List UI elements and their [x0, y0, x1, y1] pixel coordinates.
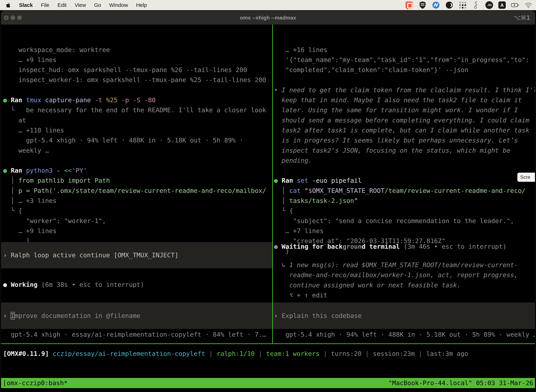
menu-item-go[interactable]: Go — [94, 2, 101, 8]
terminal-line — [3, 155, 272, 165]
zoom-button[interactable] — [17, 15, 22, 20]
menu-item-view[interactable]: View — [75, 2, 86, 8]
tmux-pane-left: workspace_mode: worktree … +9 lines insp… — [1, 25, 272, 343]
tmux-pane-right: … +16 lines '{"team_name":"my-team","tas… — [273, 25, 535, 343]
terminal-line: pending. — [274, 155, 535, 165]
terminal-line: task2 after task1 is complete, but can I… — [274, 125, 535, 135]
terminal-line: is in progress? It seems likely but perh… — [274, 135, 535, 145]
terminal-line: ● Waiting for background terminal (3m 46… — [274, 242, 507, 252]
terminal-line: workspace_mode: worktree — [3, 45, 272, 55]
terminal-line: "subject": "send a concise recommendatio… — [274, 216, 535, 226]
chat-app-icon[interactable] — [405, 1, 413, 9]
menu-item-edit[interactable]: Edit — [57, 2, 67, 8]
working-status: ● Working (6m 38s • esc to interrupt) — [3, 280, 144, 289]
menu-item-help[interactable]: Help — [136, 2, 147, 8]
right-pane-statusline: gpt-5.4 xhigh · 94% left · 488K in · 5.1… — [274, 330, 535, 340]
terminal-line: inspect_hud: omx sparkshell --tmux-pane … — [3, 65, 272, 75]
window-title: omx --xhigh --madmax — [240, 15, 296, 21]
terminal-line: "completed","claim_token":"claim-token"}… — [274, 65, 535, 75]
screen: Slack File Edit View Go Window Help — [0, 0, 536, 392]
blue-lightning-icon[interactable] — [432, 1, 440, 9]
terminal-line: continue assigned work or next feasible … — [274, 280, 518, 290]
menu-item-file[interactable]: File — [41, 2, 49, 8]
terminal-line: "worker": "worker-1", — [3, 216, 272, 226]
terminal-line: … +7 lines — [274, 226, 535, 236]
wifi-icon[interactable] — [524, 1, 532, 9]
terminal-line: › Ralph loop active continue [OMX_TMUX_I… — [3, 250, 178, 260]
menu-bar-status-icons: ..61 A — [405, 1, 536, 9]
terminal-line: │ cat "$OMX_TEAM_STATE_ROOT/team/review-… — [274, 186, 535, 196]
terminal-line — [3, 85, 272, 95]
terminal-line: inspect task2's JSON, focusing on the st… — [274, 145, 535, 155]
pane-bottom-border — [1, 343, 535, 344]
terminal-line — [274, 165, 535, 175]
dots-grid-icon[interactable] — [459, 1, 467, 9]
close-button[interactable] — [4, 15, 9, 20]
terminal-line — [274, 75, 535, 85]
right-pane-output: … +16 lines '{"team_name":"my-team","tas… — [273, 45, 535, 256]
terminal-line: └ { — [274, 206, 535, 216]
terminal-line: should send a message before completing … — [274, 115, 535, 125]
terminal-line: [OMX#0.11.9] cczip/essay/ai-reimplementa… — [3, 349, 468, 359]
menu-app-name[interactable]: Slack — [19, 2, 33, 8]
mailbox-message-note: ↳ 1 new msg(s): read $OMX_TEAM_STATE_ROO… — [274, 260, 518, 300]
terminal-line: gpt-5.4 xhigh · 94% left · 488K in · 5.1… — [274, 330, 535, 340]
terminal-line: › Explain this codebase — [274, 311, 362, 321]
a-square-icon[interactable]: A — [498, 1, 506, 9]
terminal-line: │ p = Path('.omx/state/team/review-curre… — [3, 186, 272, 196]
terminal-line: keep that in mind. Maybe I also need the… — [274, 95, 535, 105]
terminal-line: └ { — [3, 206, 272, 216]
hook-icon[interactable] — [472, 1, 480, 9]
terminal-line: gpt-5.4 xhigh · 94% left · 488K in · 5.1… — [3, 135, 272, 145]
badge-61-icon[interactable]: ..61 — [485, 1, 493, 9]
terminal-line: weekly … — [3, 145, 272, 155]
prompt-input-right[interactable]: › Explain this codebase — [273, 303, 535, 329]
tmux-host-clock: "MacBook-Pro-44.local" 05:03 31-Mar-26 — [388, 378, 533, 388]
terminal-line: … +110 lines — [3, 125, 272, 135]
terminal-line: later. Using the same for transition mig… — [274, 105, 535, 115]
menu-bar-left: Slack File Edit View Go Window Help — [0, 2, 147, 8]
window-shortcut-badge: ⌥⌘1 — [514, 14, 530, 21]
terminal-window: omx --xhigh --madmax ⌥⌘1 workspace_mode:… — [1, 11, 535, 392]
terminal-line: readme-and-reco/mailbox/worker-1.json, a… — [274, 270, 518, 280]
terminal-line: ● Ran set -euo pipefail — [274, 175, 535, 186]
minimize-button[interactable] — [10, 15, 15, 20]
traffic-lights — [4, 11, 22, 25]
tmux-status-bar: [omx-cczip0:bash* "MacBook-Pro-44.local"… — [1, 378, 535, 388]
waiting-status: ● Waiting for background terminal (3m 46… — [274, 242, 507, 252]
shield-grid-icon[interactable] — [419, 1, 427, 9]
title-bar: omx --xhigh --madmax ⌥⌘1 — [1, 11, 535, 25]
battery-charging-icon[interactable] — [511, 1, 519, 9]
left-pane-output: workspace_mode: worktree … +9 lines insp… — [1, 45, 272, 256]
terminal-line: • I need to get the claim token from the… — [274, 85, 535, 95]
terminal-line: │ from pathlib import Path — [3, 175, 272, 186]
moon-circle-icon[interactable] — [445, 1, 453, 9]
terminal-line: ● Ran python3 - <<'PY' — [3, 165, 272, 175]
terminal-line: ⌥ + ↑ edit — [274, 290, 518, 300]
terminal-line: at — [3, 115, 272, 125]
menu-item-window[interactable]: Window — [109, 2, 128, 8]
left-pane-statusline: gpt-5.4 xhigh · essay/ai-reimplementatio… — [3, 330, 272, 340]
apple-icon[interactable] — [6, 2, 11, 8]
terminal-line: │ tasks/task-2.json" — [274, 196, 535, 206]
terminal-line: … +16 lines — [274, 45, 535, 55]
terminal-line: '{"team_name":"my-team","task_id":"1","f… — [274, 55, 535, 65]
terminal-line: … +9 lines — [3, 55, 272, 65]
terminal-line: └ be necessary for the end of the README… — [3, 105, 272, 115]
terminal-content: workspace_mode: worktree … +9 lines insp… — [1, 25, 535, 392]
terminal-line: › Improve documentation in @filename — [3, 311, 140, 321]
menu-bar: Slack File Edit View Go Window Help — [0, 0, 536, 10]
terminal-line: ● Working (6m 38s • esc to interrupt) — [3, 280, 144, 289]
terminal-line: ● Ran tmux capture-pane -t %25 -p -S -80 — [3, 95, 272, 105]
terminal-line: │ … +3 lines — [3, 196, 272, 206]
terminal-line: ↳ 1 new msg(s): read $OMX_TEAM_STATE_ROO… — [274, 260, 518, 270]
tmux-session-label: [omx-cczip0:bash* — [3, 378, 67, 388]
screen-notification-overlay[interactable]: Scre — [517, 173, 535, 182]
terminal-line: inspect_worker-1: omx sparkshell --tmux-… — [3, 75, 272, 85]
terminal-line: … +9 lines — [3, 226, 272, 236]
terminal-line: gpt-5.4 xhigh · essay/ai-reimplementatio… — [3, 330, 272, 340]
omx-session-statusline: [OMX#0.11.9] cczip/essay/ai-reimplementa… — [3, 349, 468, 359]
prompt-input-left[interactable]: › Improve documentation in @filename — [1, 303, 272, 329]
ralph-loop-banner: › Ralph loop active continue [OMX_TMUX_I… — [1, 242, 272, 268]
